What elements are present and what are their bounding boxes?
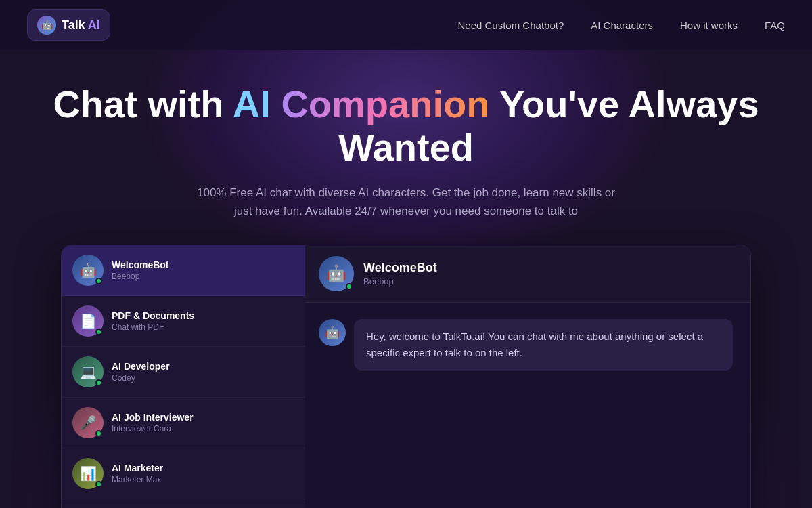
hero-companion-text: Companion [271,83,490,125]
avatar-wrap-pdf-documents: 📄 [72,305,104,337]
chat-sidebar: 🤖 WelcomeBot Beebop 📄 PDF & Documents Ch… [62,245,305,508]
sidebar-info-ai-marketer: AI Marketer Marketer Max [112,463,294,484]
sidebar-info-pdf-documents: PDF & Documents Chat with PDF [112,310,294,332]
online-dot-ai-marketer [95,481,102,488]
message-avatar-msg1: 🤖 [319,319,346,346]
sidebar-subtitle-pdf-documents: Chat with PDF [112,322,294,332]
hero-section: Chat with AI Companion You've Always Wan… [0,50,812,245]
online-dot-ai-job-interviewer [95,430,102,437]
sidebar-item-welcomebot[interactable]: 🤖 WelcomeBot Beebop [62,245,305,296]
sidebar-info-ai-developer: AI Developer Codey [112,361,294,383]
online-dot-welcomebot [95,278,102,284]
chat-panel: 🤖 WelcomeBot Beebop 🤖 Hey, welcome to Ta… [305,245,750,508]
nav-link-faq[interactable]: FAQ [765,20,785,31]
logo-text: TalkAI [62,18,100,33]
logo[interactable]: 🤖 TalkAI [27,9,110,41]
chat-header-info: WelcomeBot Beebop [363,261,437,287]
chat-header: 🤖 WelcomeBot Beebop [305,245,750,303]
sidebar-title-pdf-documents: PDF & Documents [112,310,294,321]
sidebar-item-ai-developer[interactable]: 💻 AI Developer Codey [62,347,305,398]
avatar-wrap-ai-marketer: 📊 [72,458,104,489]
sidebar-item-ai-copywriter[interactable]: ✍️ AI Copywriter Writer Wendy [62,499,305,508]
hero-ai-text: AI [233,83,271,125]
sidebar-subtitle-welcomebot: Beebop [112,272,294,281]
avatar-wrap-ai-developer: 💻 [72,356,104,387]
sidebar-subtitle-ai-job-interviewer: Interviewer Cara [112,424,294,433]
nav-links: Need Custom Chatbot?AI CharactersHow it … [458,20,786,31]
nav-link-how-it-works[interactable]: How it works [680,20,738,31]
sidebar-info-ai-job-interviewer: AI Job Interviewer Interviewer Cara [112,412,294,433]
hero-subtitle: 100% Free AI chat with diverse AI charac… [196,184,616,220]
navbar: 🤖 TalkAI Need Custom Chatbot?AI Characte… [0,0,812,50]
sidebar-title-ai-job-interviewer: AI Job Interviewer [112,412,294,423]
hero-title: Chat with AI Companion You've Always Wan… [27,83,785,170]
logo-icon: 🤖 [37,16,56,35]
sidebar-title-welcomebot: WelcomeBot [112,259,294,270]
chat-header-online-dot [346,283,353,290]
chat-bot-sub: Beebop [363,276,437,287]
avatar-wrap-ai-job-interviewer: 🎤 [72,407,104,438]
avatar-wrap-welcomebot: 🤖 [72,255,104,286]
chat-header-avatar-wrap: 🤖 [319,256,354,291]
sidebar-item-ai-marketer[interactable]: 📊 AI Marketer Marketer Max [62,448,305,499]
sidebar-subtitle-ai-marketer: Marketer Max [112,475,294,484]
sidebar-title-ai-marketer: AI Marketer [112,463,294,473]
message-msg1: 🤖 Hey, welcome to TalkTo.ai! You can cha… [319,319,737,371]
sidebar-title-ai-developer: AI Developer [112,361,294,372]
sidebar-item-ai-job-interviewer[interactable]: 🎤 AI Job Interviewer Interviewer Cara [62,398,305,448]
online-dot-pdf-documents [95,329,102,335]
nav-link-ai-characters[interactable]: AI Characters [591,20,653,31]
chat-container: 🤖 WelcomeBot Beebop 📄 PDF & Documents Ch… [61,245,751,508]
chat-bot-name: WelcomeBot [363,261,437,275]
online-dot-ai-developer [95,379,102,386]
sidebar-info-welcomebot: WelcomeBot Beebop [112,259,294,281]
sidebar-item-pdf-documents[interactable]: 📄 PDF & Documents Chat with PDF [62,296,305,347]
chat-messages: 🤖 Hey, welcome to TalkTo.ai! You can cha… [305,303,750,508]
nav-link-custom-chatbot[interactable]: Need Custom Chatbot? [458,20,564,31]
sidebar-subtitle-ai-developer: Codey [112,373,294,383]
message-bubble-msg1: Hey, welcome to TalkTo.ai! You can chat … [354,319,733,371]
